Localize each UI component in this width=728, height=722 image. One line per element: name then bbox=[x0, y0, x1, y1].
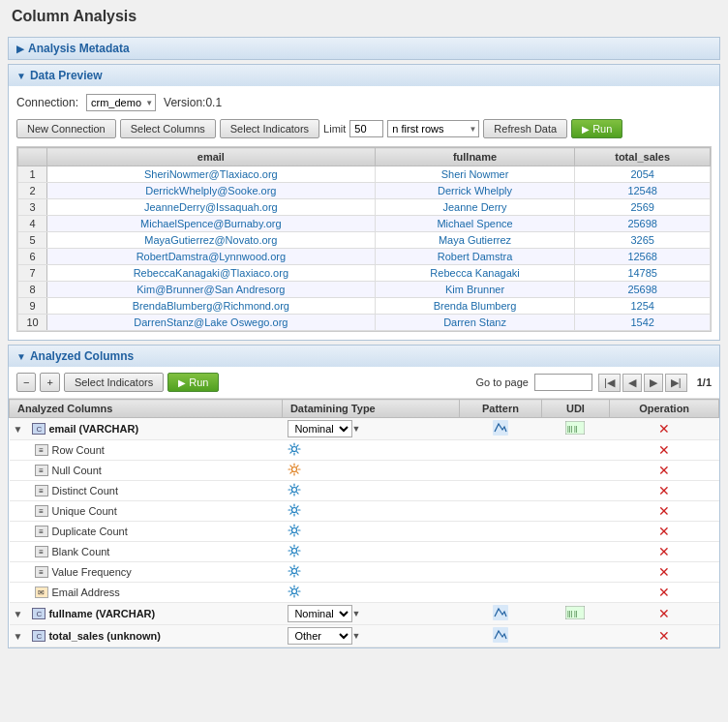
delete-icon[interactable]: ✕ bbox=[658, 442, 670, 458]
delete-icon[interactable]: ✕ bbox=[658, 564, 670, 580]
analyzed-child-row: ≡ Blank Count ✕ bbox=[10, 542, 719, 562]
group-expand-icon[interactable]: ▼ bbox=[14, 609, 23, 619]
child-icon: ✉ bbox=[35, 587, 48, 598]
gear-icon[interactable] bbox=[288, 527, 301, 539]
analyzed-columns-section: ▼ Analyzed Columns − + Select Indicators… bbox=[8, 345, 720, 648]
gear-icon[interactable] bbox=[288, 466, 301, 478]
table-row: 3JeanneDerry@Issaquah.orgJeanne Derry256… bbox=[18, 199, 711, 216]
table-row: 9BrendaBlumberg@Richmond.orgBrenda Blumb… bbox=[18, 298, 711, 315]
svg-text:|||: ||| bbox=[567, 425, 573, 433]
child-label: Null Count bbox=[52, 465, 102, 476]
pattern-icon[interactable] bbox=[493, 611, 508, 622]
svg-text:|||: ||| bbox=[567, 610, 573, 617]
svg-point-6 bbox=[292, 488, 297, 493]
analyzed-child-row: ≡ Distinct Count ✕ bbox=[10, 481, 719, 501]
delete-icon[interactable]: ✕ bbox=[658, 585, 670, 600]
analyzed-col-operation: Operation bbox=[610, 400, 719, 418]
data-preview-section: ▼ Data Preview Connection: crm_demo Vers… bbox=[8, 64, 720, 341]
datamining-type-select[interactable]: Nominal Ordinal Numeric Other bbox=[288, 627, 352, 645]
analyzed-child-row: ✉ Email Address ✕ bbox=[10, 583, 719, 603]
analysis-metadata-label: Analysis Metadata bbox=[28, 42, 130, 55]
gear-icon[interactable] bbox=[288, 548, 301, 559]
group-expand-icon[interactable]: ▼ bbox=[14, 424, 23, 435]
analyzed-child-row: ≡ Value Frequency ✕ bbox=[10, 562, 719, 583]
limit-mode-select[interactable]: n first rows n random rows all rows bbox=[387, 120, 479, 137]
nav-next-button[interactable]: ▶ bbox=[644, 374, 663, 392]
gear-icon[interactable] bbox=[288, 588, 301, 600]
analyzed-run-button[interactable]: ▶ Run bbox=[167, 373, 219, 392]
col-header-email: email bbox=[47, 148, 376, 166]
svg-text:||: || bbox=[574, 425, 578, 433]
svg-text:||: || bbox=[574, 610, 578, 617]
analyzed-child-row: ≡ Unique Count ✕ bbox=[10, 501, 719, 522]
gear-icon[interactable] bbox=[288, 446, 301, 458]
child-label: Row Count bbox=[52, 444, 105, 456]
run-button[interactable]: ▶ Run bbox=[571, 119, 622, 138]
child-icon: ≡ bbox=[35, 526, 48, 537]
select-columns-button[interactable]: Select Columns bbox=[120, 119, 216, 138]
udi-icon[interactable]: ||| || bbox=[565, 425, 585, 436]
goto-page-input[interactable] bbox=[534, 374, 592, 391]
pattern-icon[interactable] bbox=[493, 633, 508, 645]
analysis-metadata-header[interactable]: ▶ Analysis Metadata bbox=[9, 38, 719, 59]
nav-first-button[interactable]: |◀ bbox=[598, 374, 621, 392]
gear-icon[interactable] bbox=[288, 487, 301, 498]
svg-point-9 bbox=[292, 549, 297, 554]
data-preview-toolbar: New Connection Select Columns Select Ind… bbox=[16, 119, 712, 138]
limit-label: Limit bbox=[323, 123, 346, 135]
delete-icon[interactable]: ✕ bbox=[658, 421, 670, 436]
group-expand-icon[interactable]: ▼ bbox=[14, 631, 23, 642]
delete-icon[interactable]: ✕ bbox=[658, 628, 670, 644]
analyzed-columns-label: Analyzed Columns bbox=[30, 349, 134, 363]
analysis-metadata-section: ▶ Analysis Metadata bbox=[8, 37, 720, 60]
analyzed-table: Analyzed Columns Datamining Type Pattern… bbox=[9, 399, 719, 647]
column-type-icon: C bbox=[32, 423, 46, 435]
child-label: Email Address bbox=[52, 587, 120, 598]
child-icon: ≡ bbox=[35, 444, 48, 456]
new-connection-button[interactable]: New Connection bbox=[16, 119, 116, 138]
col-header-total-sales: total_sales bbox=[575, 148, 711, 166]
nav-prev-button[interactable]: ◀ bbox=[622, 374, 642, 392]
delete-icon[interactable]: ✕ bbox=[658, 503, 670, 519]
svg-point-7 bbox=[292, 508, 297, 513]
group-label: email (VARCHAR) bbox=[48, 423, 138, 435]
nav-last-button[interactable]: ▶| bbox=[665, 374, 687, 392]
datamining-type-select[interactable]: Nominal Ordinal Numeric Other bbox=[288, 605, 352, 622]
delete-icon[interactable]: ✕ bbox=[658, 524, 670, 539]
page-indicator: 1/1 bbox=[697, 376, 712, 388]
table-row: 7RebeccaKanagaki@Tlaxiaco.orgRebecca Kan… bbox=[18, 265, 711, 282]
limit-group: Limit bbox=[323, 120, 383, 137]
limit-mode-wrapper[interactable]: n first rows n random rows all rows bbox=[387, 120, 479, 137]
connection-label: Connection: bbox=[16, 96, 78, 109]
table-row: 10DarrenStanz@Lake Oswego.orgDarren Stan… bbox=[18, 315, 711, 331]
analyzed-columns-header[interactable]: ▼ Analyzed Columns bbox=[9, 346, 719, 367]
connection-row: Connection: crm_demo Version:0.1 bbox=[16, 94, 712, 111]
delete-icon[interactable]: ✕ bbox=[658, 606, 670, 621]
delete-icon[interactable]: ✕ bbox=[658, 463, 670, 478]
svg-point-8 bbox=[292, 528, 297, 533]
data-preview-header[interactable]: ▼ Data Preview bbox=[9, 65, 719, 86]
pattern-icon[interactable] bbox=[493, 426, 508, 437]
data-table: email fullname total_sales 1SheriNowmer@… bbox=[17, 147, 711, 331]
analyzed-columns-arrow: ▼ bbox=[16, 351, 26, 362]
udi-icon[interactable]: ||| || bbox=[565, 610, 585, 621]
child-label: Blank Count bbox=[52, 546, 110, 557]
gear-icon[interactable] bbox=[288, 568, 301, 580]
connection-select[interactable]: crm_demo bbox=[86, 94, 156, 111]
analyzed-select-indicators-button[interactable]: Select Indicators bbox=[64, 373, 164, 392]
datamining-type-select[interactable]: Nominal Ordinal Numeric Other bbox=[288, 420, 352, 437]
expand-all-button[interactable]: + bbox=[40, 373, 59, 392]
run-play-icon: ▶ bbox=[582, 124, 590, 135]
limit-input[interactable] bbox=[349, 120, 383, 137]
connection-select-wrapper[interactable]: crm_demo bbox=[86, 94, 156, 111]
delete-icon[interactable]: ✕ bbox=[658, 483, 670, 498]
collapse-all-button[interactable]: − bbox=[16, 373, 36, 392]
refresh-data-button[interactable]: Refresh Data bbox=[483, 119, 567, 138]
select-indicators-button[interactable]: Select Indicators bbox=[220, 119, 319, 138]
data-table-wrapper: email fullname total_sales 1SheriNowmer@… bbox=[16, 146, 712, 332]
svg-point-10 bbox=[292, 569, 297, 574]
data-preview-label: Data Preview bbox=[30, 69, 103, 82]
gear-icon[interactable] bbox=[288, 507, 301, 519]
data-preview-content: Connection: crm_demo Version:0.1 New Con… bbox=[9, 86, 719, 340]
delete-icon[interactable]: ✕ bbox=[658, 544, 670, 559]
